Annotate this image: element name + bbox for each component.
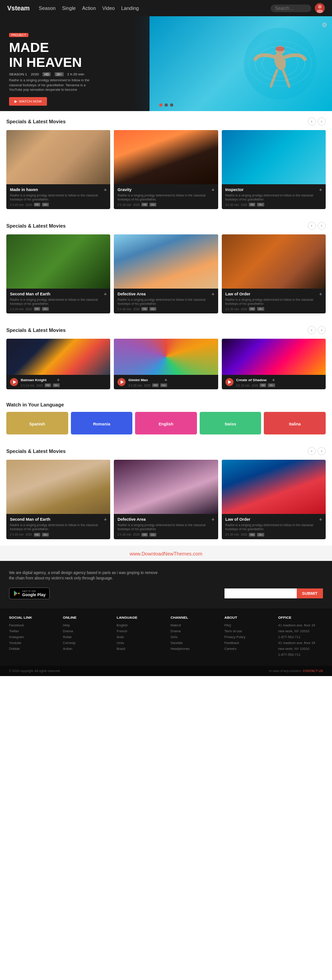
card-second-man-2[interactable]: Second Man of Earth + Radhe is a singing… [6,460,110,539]
footer-col-channel-title: CHANNEL [171,616,215,620]
contact-us-link[interactable]: CONTACT US [303,669,323,672]
prev-btn-2[interactable]: ‹ [308,222,316,230]
watch-now-button[interactable]: ▶ WATCH NOW [9,97,47,106]
logo[interactable]: Vsteam [7,5,30,12]
card-gimini[interactable]: Gimini Man + 2 h 20 min 2020 HD 16+ [114,339,218,389]
next-btn-1[interactable]: › [318,117,326,126]
footer-link-twitter[interactable]: Twitter [9,629,54,633]
section-2-nav: ‹ › [308,222,326,230]
card-gravity[interactable]: Gravity + Radhe is a singing prodigy det… [114,130,218,209]
lang-swiss[interactable]: Swiss [200,412,262,434]
card-info-1: Made in haven + Radhe is a singing prodi… [6,184,110,209]
card-add-6[interactable]: + [319,291,322,297]
footer-link-french[interactable]: French [117,629,161,633]
nav-season[interactable]: Season [39,5,56,11]
footer-link-help[interactable]: Help [63,623,108,627]
card-made-in-haven[interactable]: Made in haven + Radhe is a singing prodi… [6,130,110,209]
footer-link-drama[interactable]: Drama [63,629,108,633]
footer-link-youtube[interactable]: Youtube [9,641,54,645]
card-add-3[interactable]: + [319,187,322,192]
footer-link-english[interactable]: English [117,623,161,627]
card-shadow[interactable]: Create of Shadow + 2 h 10 min 2020 HD 16… [222,339,326,389]
next-btn-4[interactable]: › [318,447,326,455]
card-defective-2[interactable]: Defective Area + Radhe is a singing prod… [114,460,218,539]
footer-link-headphones[interactable]: Headphones [171,647,215,651]
nav-landing[interactable]: Landing [121,5,139,11]
footer-link-sandals[interactable]: Sandals [171,641,215,645]
footer-link-faq[interactable]: FAQ [224,623,269,627]
nav-video[interactable]: Video [102,5,115,11]
dot-2[interactable] [164,103,168,107]
play-btn-batman[interactable] [10,378,18,386]
footer-link-facebook[interactable]: Facebook [9,623,54,627]
prev-btn-3[interactable]: ‹ [308,326,316,334]
card-info-3: Inspector + Radhe is a singing prodigy d… [222,184,326,209]
footer-link-instagram[interactable]: Instagram [9,635,54,639]
card-title-8: Gimini Man + [128,377,167,383]
footer-link-comedy[interactable]: Comedy [63,641,108,645]
card-inspector[interactable]: Inspector + Radhe is a singing prodigy d… [222,130,326,209]
footer-link-brazil[interactable]: Brazil [117,647,161,651]
card-desc-4: Radhe is a singing prodigy determined to… [10,298,107,306]
card-add-4[interactable]: + [104,291,107,297]
card-batman[interactable]: Batman Knight + 2 h 10 min 2020 HD 16+ [6,339,110,389]
search-input[interactable] [271,5,311,12]
lang-english[interactable]: English [135,412,197,434]
card-info-4: Second Man of Earth + Radhe is a singing… [6,289,110,313]
watermark: www.DownloadNewThemes.com [0,546,332,561]
nav-links: Season Single Action Video Landing [39,5,139,11]
section-1-nav: ‹ › [308,117,326,126]
play-btn-shadow[interactable] [225,378,234,386]
card-add-10[interactable]: + [104,517,107,522]
lang-romania[interactable]: Romania [71,412,133,434]
card-add-11[interactable]: + [211,517,214,522]
next-btn-3[interactable]: › [318,326,326,334]
footer-link-drama2[interactable]: Drama [171,629,215,633]
hero-description: Radhe is a singing prodigy determined to… [9,78,99,93]
card-add-5[interactable]: + [211,291,214,297]
prev-btn-1[interactable]: ‹ [308,117,316,126]
lang-spanish[interactable]: Spanish [6,412,68,434]
card-second-man[interactable]: Second Man of Earth + Radhe is a singing… [6,234,110,313]
footer-link-rotak[interactable]: Rotak [63,635,108,639]
card-img-6 [222,234,326,289]
next-btn-2[interactable]: › [318,222,326,230]
card-add-9[interactable]: + [272,377,275,383]
footer-office-phone2: 1-877-562-711 [278,653,323,657]
card-add-2[interactable]: + [211,187,214,192]
footer-link-arab[interactable]: Arab [117,635,161,639]
footer-link-action[interactable]: Action [63,647,108,651]
email-input[interactable] [224,588,297,598]
footer-link-terms[interactable]: Term of use [224,629,269,633]
play-btn-gimini[interactable] [117,378,126,386]
google-play-button[interactable]: GET IT ON Google Play [9,588,50,599]
card-law-order[interactable]: Law of Order + Radhe is a singing prodig… [222,234,326,313]
settings-icon[interactable]: ⚙ [322,21,327,28]
dot-1[interactable] [159,103,162,107]
footer-link-careers[interactable]: Careers [224,647,269,651]
avatar[interactable] [315,3,325,13]
card-add-1[interactable]: + [104,187,107,192]
dot-3[interactable] [170,103,173,107]
card-defective[interactable]: Defective Area + Radhe is a singing prod… [114,234,218,313]
card-law-order-2[interactable]: Law of Order + Radhe is a singing prodig… [222,460,326,539]
card-title-9: Create of Shadow + [236,377,275,383]
card-add-7[interactable]: + [57,377,60,383]
section-2-title: Specials & Latest Movies [6,223,65,229]
nav-single[interactable]: Single [62,5,76,11]
prev-btn-4[interactable]: ‹ [308,447,316,455]
nav-action[interactable]: Action [82,5,96,11]
footer-link-dribble[interactable]: Dribble [9,647,54,651]
footer-link-urdu[interactable]: Urdu [117,641,161,645]
footer-link-privacy[interactable]: Privacy Policy [224,635,269,639]
submit-button[interactable]: SUBMIT [297,588,323,598]
lang-italina[interactable]: Italina [264,412,326,434]
footer-office-addr2: 41 madison ave, floor 24 [278,641,323,645]
card-meta-7: 2 h 10 min 2020 HD 16+ [21,383,60,387]
footer-link-makruf[interactable]: Makruf [171,623,215,627]
card-add-8[interactable]: + [164,377,167,383]
card-meta-6: 2 h 20 min 2020 HD 16+ [225,307,322,311]
card-add-12[interactable]: + [319,517,322,522]
footer-link-feedback[interactable]: Feedback [224,641,269,645]
footer-link-girls[interactable]: Girls [171,635,215,639]
